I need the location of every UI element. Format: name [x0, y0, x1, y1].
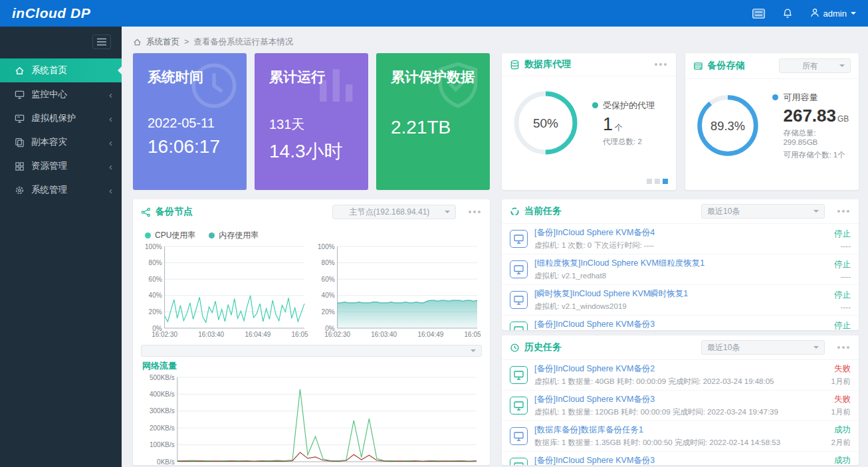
sidebar-item-label: 系统管理 [31, 184, 67, 196]
apps-menu-icon[interactable] [752, 9, 765, 19]
sidebar-item-system-settings[interactable]: 系统管理 ‹ [0, 178, 122, 202]
protected-data-total: 2.21TB [391, 117, 475, 138]
more-options-button[interactable] [836, 343, 851, 351]
current-tasks-filter-select[interactable]: 最近10条 [701, 204, 825, 219]
more-options-button[interactable] [836, 207, 851, 215]
task-name-link[interactable]: [数据库备份]数据库备份任务1 [534, 424, 825, 436]
sidebar-item-vm-protection[interactable]: 虚拟机保护 ‹ [0, 106, 122, 130]
task-row[interactable]: [备份]InCloud Sphere KVM备份3 虚拟机: 1 次数: 2 下… [502, 316, 859, 330]
sidebar-nav: 系统首页 监控中心 ‹ 虚拟机保护 ‹ 副本容灾 ‹ 资源管理 ‹ 系统管理 ‹ [0, 58, 122, 202]
sidebar: 系统首页 监控中心 ‹ 虚拟机保护 ‹ 副本容灾 ‹ 资源管理 ‹ 系统管理 ‹ [0, 27, 122, 467]
pager-dot[interactable] [647, 179, 652, 184]
svg-text:300KB/s: 300KB/s [150, 407, 175, 415]
task-name-link[interactable]: [备份]InCloud Sphere KVM备份2 [534, 363, 825, 375]
sidebar-item-home[interactable]: 系统首页 [0, 58, 122, 82]
backup-node-panel: 备份节点 主节点(192.168.94.41) CPU使用率 内存使用率 100… [133, 199, 490, 465]
chevron-down-icon [839, 64, 845, 70]
task-name-link[interactable]: [瞬时恢复]InCloud Sphere KVM瞬时恢复1 [534, 288, 827, 300]
vm-task-icon [510, 366, 528, 384]
current-tasks-panel: 当前任务 最近10条 [备份]InCloud Sphere KVM备份4 虚拟机… [502, 199, 859, 330]
sidebar-item-monitoring[interactable]: 监控中心 ‹ [0, 82, 122, 106]
agents-total: 代理总数: 2 [603, 137, 655, 147]
stat-cards: 系统时间 2022-05-11 16:06:17 累计运行 131天 14.3小… [133, 53, 490, 190]
legend-dot [772, 94, 778, 100]
task-name-link[interactable]: [备份]InCloud Sphere KVM备份4 [534, 227, 827, 238]
task-name-link[interactable]: [备份]InCloud Sphere KVM备份3 [534, 455, 825, 465]
stop-task-button[interactable]: 停止 [834, 259, 851, 270]
task-row[interactable]: [瞬时恢复]InCloud Sphere KVM瞬时恢复1 虚拟机: v2.1_… [502, 285, 859, 316]
pager-dot[interactable] [655, 179, 660, 184]
panel-title: 备份节点 [156, 206, 193, 218]
task-row[interactable]: [数据库备份]数据库备份任务1 数据库: 1 数据量: 1.35GB 耗时: 0… [502, 421, 859, 452]
notifications-bell-icon[interactable] [782, 8, 793, 19]
breadcrumb-home[interactable]: 系统首页 [146, 37, 179, 48]
svg-text:20%: 20% [149, 308, 162, 316]
stop-task-button[interactable]: 停止 [834, 229, 851, 240]
vm-task-icon [510, 260, 528, 278]
pager-dot[interactable] [663, 179, 668, 184]
task-time-ago: 2月前 [831, 438, 851, 448]
system-time: 16:06:17 [148, 136, 232, 157]
stop-task-button[interactable]: 停止 [834, 290, 851, 301]
copy-icon [15, 138, 25, 147]
svg-text:16:02:30: 16:02:30 [164, 464, 190, 465]
more-options-button[interactable] [653, 60, 668, 68]
chevron-left-icon: ‹ [109, 185, 112, 195]
task-name-link[interactable]: [备份]InCloud Sphere KVM备份3 [534, 319, 827, 330]
bar-chart-icon [311, 58, 363, 112]
legend-dot [209, 233, 215, 238]
node-select[interactable]: 主节点(192.168.94.41) [332, 205, 456, 219]
protected-agents-label: 受保护的代理 [603, 100, 655, 112]
svg-text:100%: 100% [145, 243, 162, 250]
available-capacity-value: 267.83GB [783, 106, 849, 126]
panel-title: 数据库代理 [524, 58, 571, 70]
shield-icon [431, 58, 485, 114]
svg-text:16:02:30: 16:02:30 [152, 331, 177, 338]
storage-donut: 89.3% [695, 91, 761, 160]
app-logo: inCloud DP [12, 5, 90, 21]
task-row[interactable]: [细粒度恢复]InCloud Sphere KVM细粒度恢复1 虚拟机: v2.… [502, 254, 859, 285]
task-time-ago: 1月前 [831, 407, 851, 417]
svg-text:16:03:28: 16:03:28 [239, 464, 265, 465]
sidebar-item-label: 系统首页 [31, 64, 67, 76]
svg-text:16:03:40: 16:03:40 [371, 331, 397, 338]
task-row[interactable]: [备份]InCloud Sphere KVM备份3 虚拟机: 1 数据量: 12… [502, 452, 859, 465]
history-tasks-filter-select[interactable]: 最近10条 [701, 340, 825, 355]
chart-range-select[interactable] [141, 345, 482, 357]
task-row[interactable]: [备份]InCloud Sphere KVM备份4 虚拟机: 1 次数: 0 下… [502, 224, 859, 254]
legend-dot [592, 102, 598, 108]
collapse-menu-icon[interactable] [92, 35, 111, 49]
user-menu[interactable]: admin [810, 8, 856, 19]
stat-card-system-time: 系统时间 2022-05-11 16:06:17 [133, 53, 247, 190]
svg-text:40%: 40% [149, 292, 162, 299]
task-row[interactable]: [备份]InCloud Sphere KVM备份3 虚拟机: 1 数据量: 12… [502, 391, 859, 421]
more-options-button[interactable] [467, 208, 482, 216]
svg-text:60%: 60% [322, 276, 335, 283]
chevron-down-icon [471, 349, 476, 355]
svg-text:16:05:18: 16:05:18 [389, 464, 415, 465]
db-agent-donut: 50% [511, 88, 580, 157]
vm-task-icon [510, 397, 528, 415]
task-row[interactable]: [备份]InCloud Sphere KVM备份2 虚拟机: 1 数据量: 40… [502, 360, 859, 391]
panel-title: 当前任务 [524, 205, 562, 217]
task-name-link[interactable]: [备份]InCloud Sphere KVM备份3 [534, 394, 825, 405]
svg-text:16:05:52: 16:05:52 [292, 331, 308, 338]
legend-dot [145, 233, 151, 238]
sidebar-item-label: 虚拟机保护 [31, 112, 76, 124]
svg-text:200KB/s: 200KB/s [150, 424, 175, 432]
storage-available-count: 可用存储个数: 1个 [783, 150, 849, 160]
storage-filter-select[interactable]: 所有 [779, 58, 851, 73]
user-icon [810, 8, 819, 19]
sidebar-item-replica-dr[interactable]: 副本容灾 ‹ [0, 130, 122, 154]
task-name-link[interactable]: [细粒度恢复]InCloud Sphere KVM细粒度恢复1 [534, 258, 827, 269]
svg-text:16:03:56: 16:03:56 [276, 464, 302, 465]
monitor-icon [15, 90, 25, 100]
task-status: 失败 [831, 363, 851, 375]
tasks-icon [510, 207, 520, 217]
sidebar-item-resources[interactable]: 资源管理 ‹ [0, 154, 122, 178]
chevron-left-icon: ‹ [109, 161, 112, 171]
chevron-left-icon: ‹ [109, 114, 112, 124]
stop-task-button[interactable]: 停止 [834, 320, 851, 331]
home-icon [15, 66, 25, 76]
current-tasks-list: [备份]InCloud Sphere KVM备份4 虚拟机: 1 次数: 0 下… [502, 224, 859, 330]
